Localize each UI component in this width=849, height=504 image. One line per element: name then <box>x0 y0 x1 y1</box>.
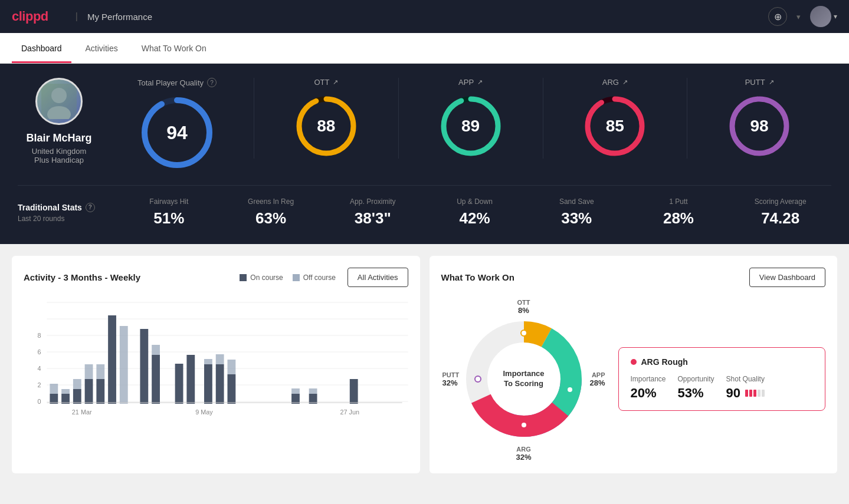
card-title: ARG Rough <box>631 357 814 367</box>
trad-stats-label: Traditional Stats ? Last 20 rounds <box>18 203 118 223</box>
wtwon-title: What To Work On <box>441 272 514 282</box>
app-score-card: APP ↗ 89 <box>398 78 543 159</box>
tpq-help-icon[interactable]: ? <box>207 78 217 87</box>
view-dashboard-button[interactable]: View Dashboard <box>749 268 825 287</box>
svg-point-64 <box>567 387 573 393</box>
bottom-panels: Activity - 3 Months - Weekly On course O… <box>0 244 849 485</box>
donut-chart-wrapper: ImportanceTo Scoring OTT 8% APP 28% ARG … <box>441 297 607 462</box>
all-activities-button[interactable]: All Activities <box>348 268 408 287</box>
svg-text:9 May: 9 May <box>195 409 213 416</box>
activity-title: Activity - 3 Months - Weekly <box>24 272 140 282</box>
trad-help-icon[interactable]: ? <box>86 203 95 212</box>
card-dot <box>631 359 637 365</box>
svg-rect-43 <box>204 359 212 364</box>
dashboard-banner: Blair McHarg United Kingdom Plus Handica… <box>0 64 849 244</box>
arg-rough-card: ARG Rough Importance 20% Opportunity 53%… <box>618 347 826 411</box>
tab-bar: Dashboard Activities What To Work On <box>0 33 849 64</box>
svg-point-63 <box>521 330 527 336</box>
svg-text:27 Jun: 27 Jun <box>340 409 360 416</box>
svg-text:0: 0 <box>38 398 41 405</box>
ott-value: 88 <box>317 117 335 136</box>
tab-what-to-work-on[interactable]: What To Work On <box>132 33 216 63</box>
svg-text:4: 4 <box>38 365 41 372</box>
svg-rect-44 <box>216 364 224 404</box>
ott-circle: 88 <box>294 94 359 159</box>
svg-rect-49 <box>291 388 300 394</box>
svg-rect-39 <box>152 345 160 355</box>
svg-rect-2 <box>41 84 77 119</box>
svg-rect-31 <box>85 379 93 404</box>
svg-point-62 <box>489 344 559 414</box>
add-button[interactable]: ⊕ <box>768 7 787 26</box>
ott-donut-label: OTT 8% <box>517 299 530 315</box>
metric-shot-quality: Shot Quality 90 <box>726 375 765 401</box>
activity-chart: 0 2 4 6 8 <box>24 297 408 426</box>
svg-rect-29 <box>73 389 81 404</box>
svg-rect-25 <box>50 394 58 404</box>
avatar <box>810 6 831 27</box>
app-value: 89 <box>461 117 480 136</box>
traditional-stats: Traditional Stats ? Last 20 rounds Fairw… <box>18 185 831 228</box>
arg-donut-label: ARG 32% <box>516 446 531 462</box>
metric-importance: Importance 20% <box>631 375 666 401</box>
scores-section: OTT ↗ 88 APP ↗ <box>254 78 831 159</box>
player-country: United Kingdom <box>32 147 87 156</box>
svg-rect-27 <box>61 394 70 404</box>
putt-circle: 98 <box>727 94 792 159</box>
player-info: Blair McHarg United Kingdom Plus Handica… <box>18 78 100 164</box>
player-handicap: Plus Handicap <box>34 156 84 164</box>
app-label: APP ↗ <box>458 78 483 87</box>
legend-on-course: On course <box>240 274 283 282</box>
svg-rect-40 <box>175 364 183 404</box>
svg-rect-38 <box>152 355 160 404</box>
card-title-text: ARG Rough <box>641 357 688 367</box>
avatar-chevron: ▾ <box>834 12 837 21</box>
tab-activities[interactable]: Activities <box>76 33 127 63</box>
stat-fairways-hit: Fairways Hit 51% <box>118 197 220 228</box>
ott-score-card: OTT ↗ 88 <box>254 78 398 159</box>
svg-text:2: 2 <box>38 381 41 388</box>
svg-rect-41 <box>186 355 195 404</box>
on-course-legend-box <box>240 274 247 281</box>
svg-rect-48 <box>291 394 300 404</box>
svg-rect-47 <box>227 360 235 374</box>
arg-trend-icon: ↗ <box>622 78 628 86</box>
putt-value: 98 <box>750 117 769 136</box>
legend-off-course: Off course <box>293 274 336 282</box>
svg-rect-50 <box>309 394 317 404</box>
app-trend-icon: ↗ <box>477 78 483 86</box>
svg-rect-32 <box>85 364 93 379</box>
player-name: Blair McHarg <box>26 132 91 144</box>
stat-up-and-down: Up & Down 42% <box>424 197 526 228</box>
svg-rect-46 <box>227 374 235 404</box>
avatar <box>35 78 83 125</box>
donut-chart-svg <box>441 297 607 462</box>
svg-rect-35 <box>108 315 116 404</box>
svg-point-66 <box>475 376 481 382</box>
trad-stats-title: Traditional Stats ? <box>18 203 118 212</box>
putt-label: PUTT ↗ <box>745 78 774 87</box>
putt-score-card: PUTT ↗ 98 <box>687 78 831 159</box>
activity-controls: On course Off course All Activities <box>240 268 408 287</box>
svg-text:6: 6 <box>38 348 41 355</box>
trad-stats-sublabel: Last 20 rounds <box>18 215 118 223</box>
ott-trend-icon: ↗ <box>333 78 338 86</box>
header: clippd | My Performance ⊕ ▾ ▾ <box>0 0 849 33</box>
tab-dashboard[interactable]: Dashboard <box>12 33 71 63</box>
svg-point-65 <box>521 422 527 428</box>
ott-label: OTT ↗ <box>314 78 338 87</box>
svg-rect-45 <box>216 354 224 364</box>
plus-icon: ⊕ <box>774 11 782 22</box>
svg-text:21 Mar: 21 Mar <box>72 409 92 416</box>
svg-rect-52 <box>350 379 358 404</box>
user-avatar-button[interactable]: ▾ <box>810 6 837 27</box>
tpq-circle: 94 <box>139 94 215 171</box>
wtwon-content: ImportanceTo Scoring OTT 8% APP 28% ARG … <box>441 297 826 462</box>
svg-rect-33 <box>96 379 104 404</box>
arg-score-card: ARG ↗ 85 <box>543 78 687 159</box>
arg-value: 85 <box>606 117 624 136</box>
arg-label: ARG ↗ <box>602 78 628 87</box>
svg-rect-42 <box>204 364 212 404</box>
tpq-section: Total Player Quality ? 94 <box>118 78 236 171</box>
svg-rect-37 <box>140 329 148 404</box>
